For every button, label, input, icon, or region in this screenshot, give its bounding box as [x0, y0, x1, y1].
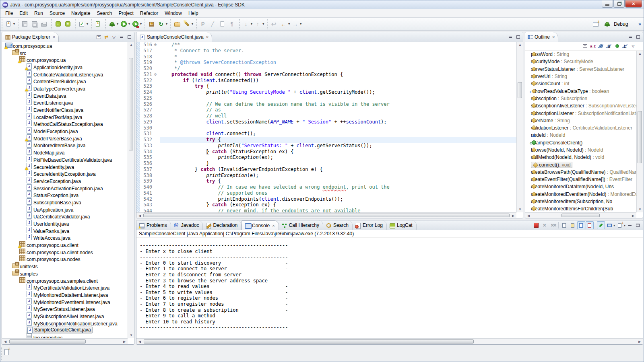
last-edit-icon[interactable]: ↩ [269, 20, 278, 29]
menu-search[interactable]: Search [93, 10, 115, 17]
hide-fields-icon[interactable] [597, 43, 605, 50]
new-wizard-icon-dropdown[interactable]: ▾ [13, 22, 15, 26]
code-line[interactable]: 517 * Connect to the server. [140, 48, 516, 54]
refresh-icon[interactable]: ↻ [157, 20, 165, 29]
back-icon[interactable]: ← [279, 20, 288, 29]
fold-marker-icon[interactable]: ⊖ [154, 42, 160, 48]
collapse-all-icon[interactable] [95, 33, 102, 41]
tree-item[interactable]: UserIdentity.java [2, 220, 128, 227]
code-line[interactable]: 518 * [140, 54, 516, 60]
type-hierarchy-icon[interactable]: P [198, 20, 207, 29]
code-line[interactable]: 529 client.setSessionName(APP_NAME + " S… [140, 119, 516, 125]
tree-item[interactable]: StatusException.java [2, 191, 128, 198]
outline-item[interactable]: subscriptionAliveListener : Subscription… [525, 102, 636, 109]
tree-item[interactable]: MyMonitoredEventItemListener.java [2, 298, 128, 305]
tree-item[interactable]: samples [2, 269, 128, 277]
console-view-tab-error-log[interactable]: Error Log [353, 220, 387, 230]
editor-vscrollbar[interactable]: ▲ ▼ [516, 42, 523, 212]
menu-source[interactable]: Source [46, 10, 68, 17]
outline-item[interactable]: FshowReadValueDataType : boolean [525, 87, 636, 95]
menu-help[interactable]: Help [185, 10, 202, 17]
outline-vscrollbar[interactable]: ▲ ▼ [636, 51, 643, 212]
code-line[interactable]: 542 printEndpoints(client.discoverEndpoi… [140, 196, 516, 202]
debug-perspective-icon[interactable] [603, 20, 612, 29]
view-menu-icon[interactable]: ▽ [110, 33, 118, 41]
code-line[interactable]: 521⊖ protected void connect() throws Ser… [140, 72, 516, 78]
tree-item[interactable]: PkiFileBasedCertificateValidator.java [2, 156, 128, 163]
tree-item[interactable]: SecureIdentity.java [2, 163, 128, 170]
open-folder-icon[interactable] [173, 20, 182, 29]
print-icon[interactable] [39, 20, 48, 29]
minimize-console-icon[interactable] [626, 222, 634, 229]
outline-item[interactable]: serverStatusListener : ServerStatusListe… [525, 66, 636, 73]
remove-all-terminated-icon[interactable]: ✕✕ [549, 221, 557, 229]
code-line[interactable]: 534 } catch (StatusException ex) { [140, 149, 516, 155]
outline-item[interactable]: nodeId : NodeId [525, 132, 636, 139]
tree-item[interactable]: src [2, 49, 128, 56]
tree-item[interactable]: SecureIdentityException.java [2, 170, 128, 177]
close-outline-icon[interactable]: × [552, 35, 555, 39]
code-line[interactable]: 535 printException(ex); [140, 154, 516, 160]
tree-item[interactable]: unittests [2, 262, 128, 269]
outline-item[interactable]: sessionCount : int [525, 80, 636, 87]
code-line[interactable]: 522 if (!client.isConnected()) [140, 78, 516, 84]
prev-annotation-icon-dropdown[interactable]: ▾ [262, 22, 264, 26]
editor-hscrollbar[interactable]: ◀ ▶ [136, 212, 516, 218]
tree-item[interactable]: CertificateValidationListener.java [2, 70, 128, 78]
perspective-more-chevron[interactable]: » [638, 21, 641, 27]
outline-item[interactable]: createBrowsePath(QualifiedName) : Qualif… [525, 169, 636, 176]
console-view-tab-javadoc[interactable]: Javadoc [171, 220, 203, 230]
tree-item[interactable]: LocalizedTextMap.java [2, 113, 128, 120]
open-perspective-icon[interactable] [593, 22, 599, 27]
run-icon[interactable] [119, 20, 128, 29]
minimize-button[interactable] [602, 0, 613, 8]
code-line[interactable]: 543 } catch (Exception ex) { [140, 202, 516, 208]
new-task-icon[interactable]: + [93, 20, 102, 29]
code-line[interactable]: 539 try { [140, 178, 516, 184]
maximize-editor-icon[interactable] [514, 33, 522, 41]
save-icon[interactable] [20, 20, 29, 29]
code-area[interactable]: 516⊖ /**517 * Connect to the server.518 … [140, 42, 516, 212]
tree-item[interactable]: SampleConsoleClient.java [2, 327, 128, 334]
menu-window[interactable]: Window [161, 10, 185, 17]
outline-collapse-all-icon[interactable] [581, 43, 589, 50]
code-line[interactable]: 519 * @throws ServerConnectionException [140, 60, 516, 66]
display-selected-console-icon[interactable] [605, 221, 613, 229]
open-console-icon[interactable]: + [616, 221, 624, 229]
terminate-icon[interactable] [532, 221, 540, 229]
next-annotation-icon-dropdown[interactable]: ▾ [251, 22, 252, 26]
tree-item[interactable]: SubscriptionBase.java [2, 198, 128, 206]
tree-item[interactable]: MethodCallStatusException.java [2, 120, 128, 128]
outline-item[interactable]: createMonitoredItem(Subscription, No [525, 198, 636, 205]
code-line[interactable]: 523 try { [140, 83, 516, 89]
code-line[interactable]: 526 // We can define the session name th… [140, 101, 516, 107]
editor-tab[interactable]: SampleConsoleClient.java × [136, 32, 212, 42]
code-line[interactable]: 532 try { [140, 137, 516, 143]
code-line[interactable]: 528 // well [140, 113, 516, 119]
prev-annotation-icon[interactable]: ↑ [253, 20, 262, 29]
outline-item[interactable]: createEventFilter(QualifiedName[]) : Eve… [525, 176, 636, 183]
back-icon-dropdown[interactable]: ▾ [288, 22, 290, 26]
console-view-tab-problems[interactable]: Problems [136, 220, 171, 230]
new-wizard-icon[interactable]: + [4, 20, 13, 29]
hide-local-types-icon[interactable]: L [621, 43, 629, 50]
code-line[interactable]: 525 [140, 95, 516, 101]
outline-item[interactable]: userName : String [525, 117, 636, 124]
console-view-tab-call-hierarchy[interactable]: Call Hierarchy [279, 220, 323, 230]
outline-item[interactable]: connect() : void [525, 161, 636, 168]
maximize-outline-icon[interactable] [634, 33, 642, 41]
code-line[interactable]: 516⊖ /** [140, 42, 516, 48]
outline-item[interactable]: createMonitoredDataItem(NodeId, Uns [525, 183, 636, 190]
open-console-dropdown-icon[interactable]: ▾ [624, 224, 625, 227]
fast-view-icon[interactable] [4, 348, 9, 355]
outline-item[interactable]: subscription : Subscription [525, 95, 636, 102]
code-line[interactable]: 531 client.connect(); [140, 131, 516, 137]
forward-icon-dropdown[interactable]: ▾ [300, 22, 301, 26]
android-sdk-icon[interactable] [54, 20, 62, 29]
search-torch-icon-dropdown[interactable]: ▾ [192, 22, 193, 26]
tree-item[interactable]: UaCertificateValidator.java [2, 213, 128, 220]
tree-item[interactable]: MyCertificateValidationListener.java [2, 284, 128, 291]
code-line[interactable]: 533 println("ServerStatus: " + client.ge… [140, 143, 516, 149]
next-annotation-icon[interactable]: ↓ [242, 20, 250, 29]
close-editor-icon[interactable]: × [206, 35, 208, 39]
